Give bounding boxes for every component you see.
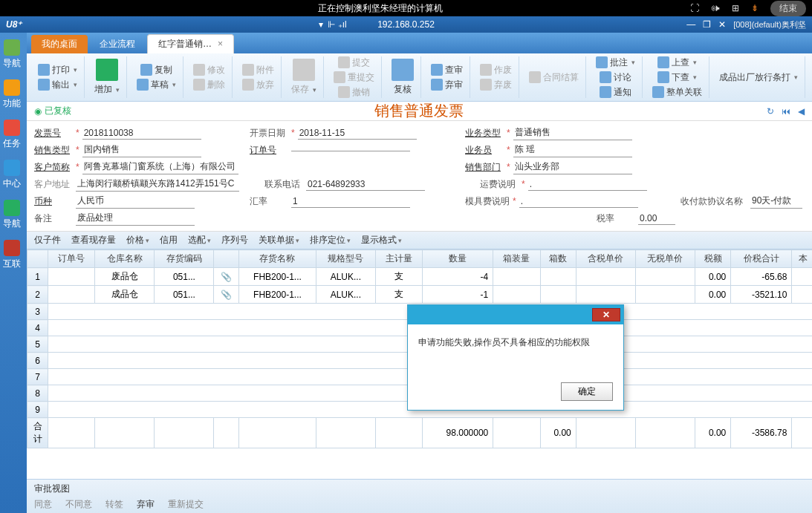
fullscreen-icon[interactable]: ⛶ [690, 3, 699, 13]
down-button[interactable]: 下查 [655, 71, 699, 85]
print-button[interactable]: 打印 [36, 63, 79, 77]
resubmit-button-footer[interactable]: 重新提交 [168, 498, 204, 511]
fmt-button[interactable]: 显示格式 [361, 234, 402, 246]
draft-button[interactable]: 草稿 [134, 78, 178, 92]
end-remote-button[interactable]: 结束 [770, 1, 806, 16]
tax-rate[interactable]: 0.00 [638, 212, 675, 225]
dialog-close-button[interactable]: ✕ [592, 308, 620, 321]
tab-desktop[interactable]: 我的桌面 [31, 35, 88, 53]
tab-close-icon[interactable]: × [218, 39, 223, 49]
footer-panel: 审批视图 同意 不同意 转签 弃审 重新提交 [27, 479, 812, 513]
disagree-button[interactable]: 不同意 [65, 498, 92, 511]
col-name[interactable]: 存货名称 [239, 250, 316, 268]
salesman[interactable]: 陈 瑶 [513, 143, 632, 157]
sale-type[interactable]: 国内销售 [82, 143, 201, 157]
col-tax[interactable]: 税额 [695, 250, 731, 268]
forward-button[interactable]: 转签 [105, 498, 123, 511]
col-taxprice[interactable]: 含税单价 [576, 250, 635, 268]
page-title: 销售普通发票 [374, 101, 464, 121]
order-no[interactable] [291, 149, 410, 151]
dept[interactable]: 汕头业务部 [513, 160, 632, 174]
discard-button: 放弃 [240, 78, 276, 92]
col-uom[interactable]: 主计量 [375, 250, 422, 268]
pay-term[interactable]: 90天-付款 [750, 194, 802, 209]
agree-button[interactable]: 同意 [34, 498, 52, 511]
dialog-header[interactable]: ✕ [408, 305, 623, 324]
invoice-no[interactable]: 2018110038 [82, 127, 201, 140]
customer[interactable]: 阿鲁克幕墙门窗系统（上海）有限公司 [82, 160, 238, 174]
col-total[interactable]: 价税合计 [731, 250, 792, 268]
child-only-button[interactable]: 仅子件 [34, 234, 61, 246]
recheck-button[interactable] [389, 58, 416, 82]
sidebar-item-center[interactable]: 中心 [0, 156, 24, 193]
note-button[interactable]: 批注 [594, 56, 637, 70]
revoke-button: 撤销 [336, 85, 372, 99]
tel[interactable]: 021-64892933 [306, 178, 425, 191]
currency[interactable]: 人民币 [76, 194, 195, 209]
close-icon[interactable]: ✕ [718, 19, 726, 30]
output-button[interactable]: 输出 [36, 78, 79, 92]
invoice-date[interactable]: 2018-11-15 [298, 127, 417, 140]
dialog-ok-button[interactable]: 确定 [561, 382, 613, 401]
copy-button[interactable]: 复制 [138, 63, 175, 77]
rel-button[interactable]: 关联单据 [259, 234, 299, 246]
discuss-button[interactable]: 讨论 [597, 71, 634, 85]
credit-button[interactable]: 信用 [160, 234, 178, 246]
col-warehouse[interactable]: 仓库名称 [95, 250, 155, 268]
tab-process[interactable]: 企业流程 [89, 35, 146, 53]
clip-icon[interactable]: 📎 [221, 272, 232, 282]
mold[interactable]: . [519, 195, 638, 208]
opt-button[interactable]: 选配 [188, 234, 211, 246]
col-qty[interactable]: 数量 [423, 250, 493, 268]
outstr-button[interactable]: 成品出厂放行条打 [717, 71, 800, 85]
form-area: 发票号*2018110038 开票日期*2018-11-15 业务类型*普通销售… [27, 121, 812, 232]
clip-icon[interactable]: 📎 [221, 290, 232, 300]
prev-icon[interactable]: ◀ [798, 106, 805, 117]
price-button[interactable]: 价格 [126, 234, 149, 246]
table-row[interactable]: 2 成品仓 051... 📎 FHB200-1... ALUK... 支 -1 … [27, 286, 813, 304]
reject-button[interactable]: 弃审 [137, 498, 155, 511]
sidebar-item-link[interactable]: 互联 [0, 236, 24, 273]
col-boxes[interactable]: 箱数 [540, 250, 576, 268]
sort-button[interactable]: 排序定位 [310, 234, 351, 246]
address[interactable]: 上海闵行颛桥镇颛兴东路1412弄151号C [76, 177, 239, 192]
rate[interactable]: 1 [291, 195, 410, 208]
restore-icon[interactable]: ❐ [703, 19, 711, 30]
window-icon[interactable]: ⊞ [732, 3, 739, 13]
col-netprice[interactable]: 无税单价 [635, 250, 695, 268]
add-label[interactable]: 增加 [92, 82, 122, 97]
refresh-icon[interactable]: ↻ [767, 106, 774, 117]
up-button[interactable]: 上查 [655, 56, 699, 70]
review-button[interactable]: 查审 [429, 63, 465, 77]
sidebar-item-task[interactable]: 任务 [0, 116, 24, 153]
sidebar-item-func[interactable]: 功能 [0, 76, 24, 113]
abandon-button[interactable]: 弃审 [429, 78, 465, 92]
tab-invoice[interactable]: 红字普通销…× [147, 34, 234, 53]
notify-button[interactable]: 通知 [597, 85, 634, 99]
remark[interactable]: 废品处理 [76, 211, 195, 226]
minimize-icon[interactable]: — [686, 19, 695, 30]
biz-type[interactable]: 普通销售 [513, 125, 632, 140]
col-attach[interactable] [214, 250, 239, 268]
serial-button[interactable]: 序列号 [221, 234, 248, 246]
col-spec[interactable]: 规格型号 [316, 250, 375, 268]
attach-button: 附件 [240, 63, 276, 77]
add-button[interactable] [94, 58, 120, 82]
first-icon[interactable]: ⏮ [782, 106, 790, 117]
sidebar-item-nav[interactable]: 导航 [0, 36, 24, 73]
stock-button[interactable]: 查看现存量 [71, 234, 116, 246]
col-code[interactable]: 存货编码 [155, 250, 214, 268]
table-row[interactable]: 1 废品仓 051... 📎 FHB200-1... ALUK... 支 -4 … [27, 268, 813, 286]
freight[interactable]: . [528, 178, 647, 191]
col-boxqty[interactable]: 箱装量 [493, 250, 540, 268]
col-rownum[interactable] [27, 250, 48, 268]
left-sidebar: 导航 功能 任务 中心 导航 互联 [0, 33, 27, 513]
col-more[interactable]: 本 [792, 250, 812, 268]
sidebar-item-nav2[interactable]: 导航 [0, 196, 24, 233]
col-order[interactable]: 订单号 [48, 250, 95, 268]
pin-icon[interactable]: ⇟ [751, 3, 759, 13]
main-area: 我的桌面 企业流程 红字普通销…× 打印 输出 增加 复制 草稿 修改 删除 附… [27, 33, 812, 513]
sound-icon[interactable]: 🕪 [711, 3, 720, 13]
related-button[interactable]: 整单关联 [650, 85, 704, 99]
check-icon: ◉ [34, 106, 42, 117]
